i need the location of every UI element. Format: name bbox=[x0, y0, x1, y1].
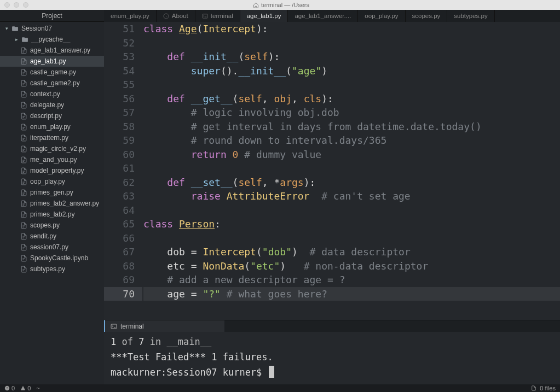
code-editor[interactable]: 5152535455565758596061626364656667686970… bbox=[104, 22, 560, 320]
tree-file[interactable]: session07.py bbox=[0, 242, 104, 253]
tree-file[interactable]: iterpattern.py bbox=[0, 132, 104, 143]
tree-file-label: iterpattern.py bbox=[30, 134, 68, 142]
code-line[interactable]: raise AttributeError # can't set age bbox=[143, 189, 560, 203]
tree-file[interactable]: context.py bbox=[0, 89, 104, 100]
file-icon bbox=[20, 243, 27, 251]
status-errors[interactable]: 0 bbox=[4, 385, 15, 391]
tree-file-label: delegate.py bbox=[30, 101, 64, 109]
status-bar: 0 0 ~ 0 files bbox=[0, 384, 560, 392]
file-icon bbox=[531, 385, 536, 391]
tree-folder-label: __pycache__ bbox=[31, 36, 70, 43]
file-icon bbox=[20, 57, 27, 65]
code-line[interactable] bbox=[143, 161, 560, 175]
traffic-lights[interactable] bbox=[4, 2, 28, 8]
tree-file-label: model_property.py bbox=[30, 167, 84, 174]
tree-file[interactable]: castle_game.py bbox=[0, 67, 104, 78]
term-fail: ***Test Failed*** 1 failures. bbox=[111, 349, 555, 365]
code-line[interactable]: # logic involving obj.dob bbox=[143, 106, 560, 120]
tree-file[interactable]: age_lab1_answer.py bbox=[0, 45, 104, 56]
file-icon bbox=[20, 232, 27, 240]
code-line[interactable]: class Age(Intercept): bbox=[143, 22, 560, 36]
zoom-icon[interactable] bbox=[23, 2, 28, 8]
code-line[interactable]: # add a new descriptor age = ? bbox=[143, 273, 560, 287]
terminal-tabs[interactable]: terminal bbox=[104, 320, 560, 332]
file-icon bbox=[20, 112, 27, 120]
tree-file[interactable]: oop_play.py bbox=[0, 176, 104, 187]
tree-file[interactable]: magic_circle_v2.py bbox=[0, 143, 104, 154]
tree-file-label: sendit.py bbox=[30, 232, 56, 240]
code-line[interactable] bbox=[143, 203, 560, 218]
minimize-icon[interactable] bbox=[14, 2, 19, 8]
file-icon bbox=[20, 123, 27, 131]
editor-tab[interactable]: terminal bbox=[195, 10, 240, 22]
file-tree[interactable]: ▾ Session07 ▸ __pycache__ age_lab1_answe… bbox=[0, 22, 104, 384]
tab-label: subtypes.py bbox=[454, 13, 487, 19]
editor-tab[interactable]: oop_play.py bbox=[358, 10, 405, 22]
chevron-down-icon[interactable]: ▾ bbox=[5, 26, 11, 31]
code-content[interactable]: class Age(Intercept): def __init__(self)… bbox=[142, 22, 560, 320]
tree-file[interactable]: me_and_you.py bbox=[0, 154, 104, 165]
tree-root[interactable]: ▾ Session07 bbox=[0, 23, 104, 34]
status-files: 0 files bbox=[540, 385, 556, 391]
code-line[interactable]: dob = Intercept("dob") # data descriptor bbox=[143, 245, 560, 259]
tree-file[interactable]: enum_play.py bbox=[0, 121, 104, 132]
editor-tab[interactable]: age_lab1_answer.... bbox=[288, 10, 358, 22]
tree-file[interactable]: SpookyCastle.ipynb bbox=[0, 253, 104, 264]
editor-tab[interactable]: enum_play.py bbox=[104, 10, 157, 22]
code-line[interactable]: return 0 # dummy value bbox=[143, 148, 560, 162]
chevron-right-icon[interactable]: ▸ bbox=[15, 37, 21, 42]
code-line[interactable]: class Person: bbox=[143, 217, 560, 231]
tab-label: oop_play.py bbox=[365, 13, 398, 19]
code-line[interactable]: def __init__(self): bbox=[143, 50, 560, 64]
tree-file[interactable]: scopes.py bbox=[0, 220, 104, 231]
terminal-cursor[interactable] bbox=[269, 366, 274, 378]
editor-tab[interactable]: scopes.py bbox=[406, 10, 448, 22]
svg-rect-2 bbox=[111, 324, 117, 329]
code-line[interactable]: # get interval in days from datetime.dat… bbox=[143, 120, 560, 134]
code-line[interactable]: age = "?" # what goes here? bbox=[143, 287, 560, 301]
tree-file[interactable]: primes_lab2_answer.py bbox=[0, 198, 104, 209]
terminal-tab[interactable]: terminal bbox=[105, 320, 224, 332]
tree-file[interactable]: sendit.py bbox=[0, 231, 104, 242]
code-line[interactable]: def __set__(self, *args): bbox=[143, 175, 560, 190]
code-line[interactable] bbox=[143, 36, 560, 50]
tree-root-label: Session07 bbox=[21, 25, 52, 32]
terminal-output[interactable]: 1 of 7 in __main__ ***Test Failed*** 1 f… bbox=[104, 332, 560, 384]
code-line[interactable]: def __get__(self, obj, cls): bbox=[143, 92, 560, 106]
file-icon bbox=[20, 145, 27, 153]
tree-file[interactable]: primes_gen.py bbox=[0, 187, 104, 198]
code-line[interactable]: # round down to interval.days/365 bbox=[143, 133, 560, 148]
tab-label: age_lab1.py bbox=[247, 13, 281, 19]
folder-icon bbox=[21, 36, 28, 43]
editor-tab[interactable]: subtypes.py bbox=[447, 10, 494, 22]
tab-label: enum_play.py bbox=[111, 13, 149, 19]
close-icon[interactable] bbox=[4, 2, 10, 8]
tree-file[interactable]: age_lab1.py bbox=[0, 56, 104, 67]
status-errors-count: 0 bbox=[11, 385, 15, 391]
status-path: ~ bbox=[36, 385, 39, 391]
term-count-a: 1 bbox=[111, 336, 122, 347]
info-icon bbox=[163, 13, 169, 19]
editor-tab[interactable]: About bbox=[157, 10, 195, 22]
tree-folder-pycache[interactable]: ▸ __pycache__ bbox=[0, 34, 104, 45]
status-warnings[interactable]: 0 bbox=[20, 385, 31, 391]
editor-tab[interactable]: age_lab1.py bbox=[240, 10, 288, 22]
tree-file-label: session07.py bbox=[30, 243, 68, 251]
tree-file[interactable]: model_property.py bbox=[0, 165, 104, 176]
tree-file[interactable]: descript.py bbox=[0, 110, 104, 121]
file-icon bbox=[20, 134, 27, 142]
tab-label: About bbox=[172, 13, 188, 19]
editor-tabs[interactable]: enum_play.pyAboutterminalage_lab1.pyage_… bbox=[104, 10, 560, 22]
code-line[interactable] bbox=[143, 231, 560, 245]
tree-file[interactable]: subtypes.py bbox=[0, 264, 104, 274]
code-line[interactable]: etc = NonData("etc") # non-data descript… bbox=[143, 259, 560, 273]
code-line[interactable]: super().__init__("age") bbox=[143, 64, 560, 78]
code-line[interactable] bbox=[143, 78, 560, 92]
tree-file[interactable]: castle_game2.py bbox=[0, 78, 104, 89]
terminal-tab-label: terminal bbox=[120, 323, 144, 330]
tree-file[interactable]: primes_lab2.py bbox=[0, 209, 104, 220]
project-sidebar: Project ▾ Session07 ▸ __pycache__ age_la… bbox=[0, 10, 104, 384]
tree-file-label: me_and_you.py bbox=[30, 156, 77, 163]
home-icon bbox=[253, 2, 259, 8]
tree-file[interactable]: delegate.py bbox=[0, 100, 104, 110]
